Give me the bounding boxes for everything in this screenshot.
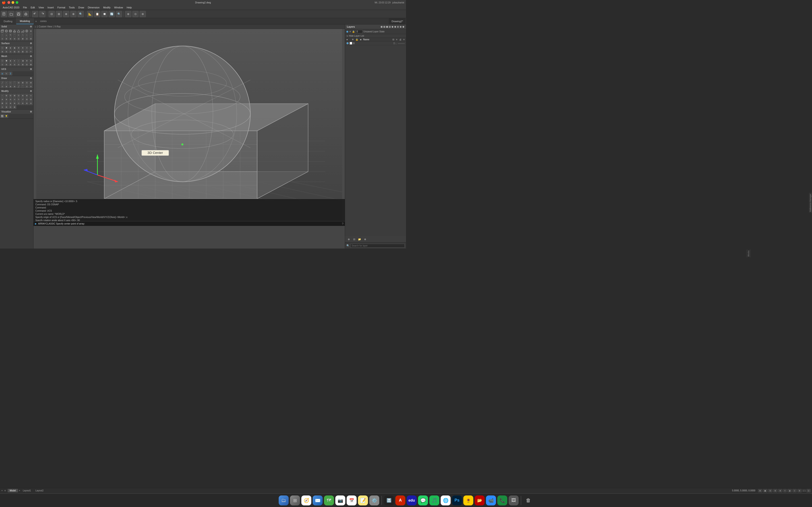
mod-tool-13[interactable]: ↻ — [17, 98, 20, 101]
surf-tool-10[interactable]: ⊜ — [5, 50, 8, 53]
tool-sweep[interactable]: ⌒ — [13, 33, 16, 37]
mesh-tool-8[interactable]: ⊗ — [29, 59, 33, 62]
mesh-tool-14[interactable]: ⊞ — [21, 63, 24, 66]
menu-modify[interactable]: Modify — [101, 6, 112, 9]
draw-settings-icon[interactable]: ⚙ — [30, 77, 32, 79]
viewport[interactable]: 3D Center Specify radius or [Diameter] <… — [34, 29, 345, 226]
layers-icon-7[interactable]: ⊙ — [397, 25, 399, 28]
surf-tool-2[interactable]: ⬢ — [5, 46, 8, 50]
tool-loft[interactable]: ⟁ — [5, 33, 8, 37]
surf-tool-15[interactable]: ⊡ — [25, 50, 29, 53]
mod-tool-4[interactable]: ⊠ — [13, 94, 16, 97]
toolbar-btn-3[interactable]: ⊟ — [48, 11, 55, 17]
mod-tool-5[interactable]: ⊡ — [17, 94, 20, 97]
draw-tool-14[interactable]: ⌒ — [21, 84, 24, 88]
mesh-tool-10[interactable]: ⊚ — [5, 63, 8, 66]
panel-visualize-header[interactable]: Visualize ⚙ — [0, 110, 33, 114]
toolbar-zoom[interactable]: 🔍 — [116, 11, 122, 17]
mod-tool-20[interactable]: ⊗ — [13, 101, 16, 105]
mod-tool-2[interactable]: ⊞ — [5, 94, 8, 97]
toolbar-rotate[interactable]: 🔄 — [108, 11, 115, 17]
layers-icon-8[interactable]: ⊚ — [400, 25, 401, 28]
tool-solid-edit7[interactable]: ⊡ — [25, 37, 29, 41]
toolbar-print[interactable] — [23, 11, 29, 17]
mesh-tool-12[interactable]: ⊜ — [13, 63, 16, 66]
drawing-tab[interactable]: Drawing2* — [389, 18, 406, 24]
tool-polysolid[interactable]: ⊞ — [29, 29, 33, 33]
mod-tool-24[interactable]: ⊜ — [29, 101, 33, 105]
surf-tool-1[interactable]: ⬡ — [0, 46, 4, 50]
visualize-settings-icon[interactable]: ⚙ — [30, 110, 32, 113]
mesh-tool-2[interactable]: ⬢ — [5, 59, 8, 62]
surf-tool-14[interactable]: ⊠ — [21, 50, 24, 53]
surf-tool-8[interactable]: ⊚ — [29, 46, 33, 50]
toolbar-undo[interactable] — [32, 11, 38, 17]
menu-tools[interactable]: Tools — [67, 6, 77, 9]
mod-tool-10[interactable]: ⊛ — [5, 98, 8, 101]
mod-tool-22[interactable]: ⊚ — [21, 101, 24, 105]
toolbar-btn-5[interactable]: ⊗ — [63, 11, 69, 17]
panel-surface-header[interactable]: Surface ⚙ — [0, 41, 33, 46]
vis-tool-2[interactable]: 💡 — [5, 114, 8, 118]
draw-tool-16[interactable]: ⊚ — [29, 84, 33, 88]
mod-tool-16[interactable]: ⊞ — [29, 98, 33, 101]
menu-file[interactable]: File — [21, 6, 29, 9]
modify-settings-icon[interactable]: ⚙ — [30, 90, 32, 92]
layer-delete-btn[interactable]: ⊟ — [352, 237, 356, 241]
menu-help[interactable]: Help — [125, 6, 134, 9]
tool-intersect[interactable]: ∩ — [25, 33, 29, 37]
toolbar-extra3[interactable]: ⊛ — [140, 11, 146, 17]
draw-tool-11[interactable]: ⊕ — [9, 84, 12, 88]
tool-solid-edit5[interactable]: ⊟ — [17, 37, 20, 41]
layers-icon-5[interactable]: ⊕ — [392, 25, 393, 28]
layer-folder-btn[interactable]: 📁 — [357, 237, 362, 241]
mesh-tool-9[interactable]: ⊙ — [0, 63, 4, 66]
menu-view[interactable]: View — [37, 6, 46, 9]
layer-number-input[interactable] — [356, 30, 362, 33]
mod-tool-25[interactable]: ⊝ — [0, 105, 4, 109]
mod-tool-28[interactable]: ⊠ — [13, 105, 16, 109]
menu-window[interactable]: Window — [112, 6, 125, 9]
tool-cone[interactable] — [13, 29, 16, 33]
draw-tool-13[interactable]: ╱ — [17, 84, 20, 88]
ucs-tool-2[interactable]: ↻ — [5, 72, 8, 75]
tool-extrude[interactable]: ↑ — [0, 33, 4, 37]
tool-torus[interactable] — [25, 29, 29, 33]
mod-tool-3[interactable]: ⊟ — [9, 94, 12, 97]
maximize-button[interactable] — [16, 1, 18, 4]
mesh-tool-16[interactable]: ⊠ — [29, 63, 33, 66]
mesh-tool-15[interactable]: ⊟ — [25, 63, 29, 66]
mod-tool-18[interactable]: ⊡ — [5, 101, 8, 105]
tool-solid-edit2[interactable]: ⊗ — [5, 37, 8, 41]
tool-solid-edit6[interactable]: ⊠ — [21, 37, 24, 41]
mod-tool-26[interactable]: ⊞ — [5, 105, 8, 109]
canvas-area[interactable]: ⌂ | Custom View | X-Ray — [34, 24, 345, 248]
layer-row[interactable]: 0 D... ——— — [345, 42, 406, 45]
layers-icon-3[interactable]: ⊠ — [386, 25, 388, 28]
menu-edit[interactable]: Edit — [29, 6, 37, 9]
tool-union[interactable]: ∪ — [17, 33, 20, 37]
mod-tool-27[interactable]: ⊟ — [9, 105, 12, 109]
tool-solid-edit4[interactable]: ⊛ — [13, 37, 16, 41]
layers-search[interactable]: 🔍 — [345, 243, 406, 248]
draw-rect[interactable]: □ — [9, 81, 12, 84]
toolbar-btn-4[interactable]: ⊞ — [56, 11, 62, 17]
mesh-tool-4[interactable]: ● — [13, 59, 16, 62]
solid-settings-icon[interactable]: ⚙ — [30, 25, 32, 28]
menu-format[interactable]: Format — [55, 6, 67, 9]
toolbar-measure[interactable]: 📐 — [87, 11, 93, 17]
mod-tool-19[interactable]: ⊕ — [9, 101, 12, 105]
vis-tool-1[interactable] — [0, 114, 4, 118]
surf-tool-6[interactable]: ⊗ — [21, 46, 24, 50]
draw-line[interactable]: ╱ — [0, 81, 4, 84]
col-name-header[interactable]: Name — [363, 38, 391, 41]
toolbar-extra1[interactable]: ⊕ — [125, 11, 132, 17]
surf-tool-9[interactable]: ⊛ — [0, 50, 4, 53]
ucs-settings-icon[interactable]: ⚙ — [30, 68, 32, 70]
minimize-button[interactable] — [11, 1, 14, 4]
tool-solid-edit1[interactable]: ⊙ — [0, 37, 4, 41]
tool-wedge[interactable] — [21, 29, 24, 33]
toolbar-save[interactable] — [15, 11, 22, 17]
surf-tool-11[interactable]: ⊝ — [9, 50, 12, 53]
layer-settings-btn[interactable]: ⊗ — [363, 237, 367, 241]
